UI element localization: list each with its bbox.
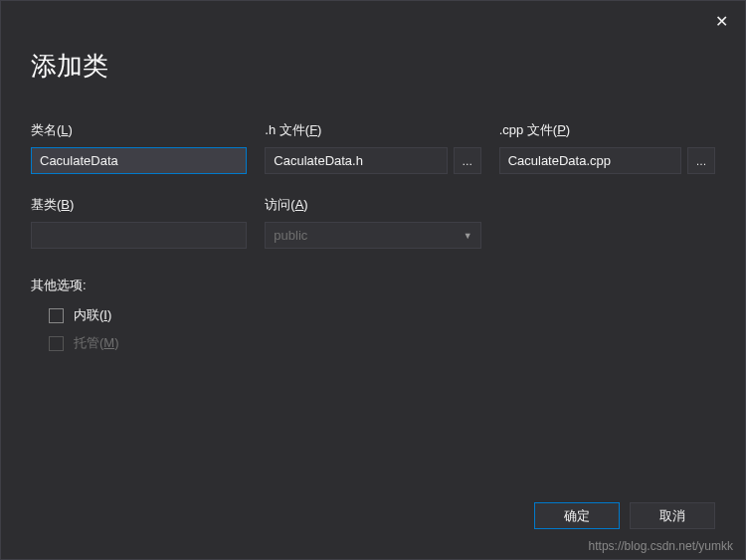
h-file-label: .h 文件(F) xyxy=(265,121,480,139)
base-class-input[interactable] xyxy=(31,222,247,249)
form-row-1: 类名(L) .h 文件(F) … .cpp 文件(P) … xyxy=(1,84,745,174)
chevron-down-icon: ▼ xyxy=(464,231,472,241)
h-file-input[interactable] xyxy=(265,147,447,174)
cpp-file-input[interactable] xyxy=(499,147,681,174)
watermark: https://blog.csdn.net/yumkk xyxy=(589,539,733,553)
dialog-title: 添加类 xyxy=(1,1,745,84)
ok-button[interactable]: 确定 xyxy=(534,502,620,529)
managed-checkbox xyxy=(49,336,64,351)
cpp-file-label: .cpp 文件(P) xyxy=(499,121,715,139)
inline-label: 内联(I) xyxy=(74,306,111,324)
class-name-input[interactable] xyxy=(31,147,247,174)
base-class-label: 基类(B) xyxy=(31,196,247,214)
access-value: public xyxy=(274,228,307,243)
options-title: 其他选项: xyxy=(31,277,715,294)
h-file-browse-button[interactable]: … xyxy=(454,147,481,174)
class-name-label: 类名(L) xyxy=(31,121,247,139)
cpp-file-browse-button[interactable]: … xyxy=(687,147,715,174)
cancel-button[interactable]: 取消 xyxy=(630,502,715,529)
close-icon[interactable]: ✕ xyxy=(709,9,733,33)
inline-option[interactable]: 内联(I) xyxy=(49,306,715,324)
inline-checkbox[interactable] xyxy=(49,308,64,323)
button-bar: 确定 取消 xyxy=(534,502,715,529)
access-label: 访问(A) xyxy=(265,196,480,214)
managed-label: 托管(M) xyxy=(74,334,119,352)
form-row-2: 基类(B) 访问(A) public ▼ xyxy=(1,174,745,249)
managed-option: 托管(M) xyxy=(49,334,715,352)
access-select[interactable]: public ▼ xyxy=(265,222,480,249)
options-section: 其他选项: 内联(I) 托管(M) xyxy=(1,249,745,352)
